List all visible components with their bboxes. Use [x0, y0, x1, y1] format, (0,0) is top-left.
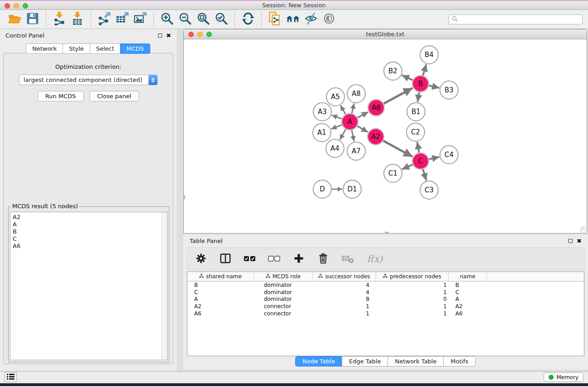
node-D1[interactable]: D1 [343, 180, 361, 198]
table-row[interactable]: Cdominator41C [187, 289, 584, 296]
table-cell[interactable]: C [187, 289, 254, 295]
table-settings-button[interactable] [194, 251, 208, 267]
node-C3[interactable]: C3 [420, 181, 438, 199]
run-mcds-button[interactable]: Run MCDS [38, 91, 84, 101]
node-A7[interactable]: A7 [347, 142, 365, 160]
network-zoom-button[interactable] [206, 32, 212, 37]
table-cell[interactable]: 1 [313, 303, 376, 310]
network-minimize-button[interactable] [197, 32, 203, 37]
table-cell[interactable]: dominator [254, 296, 313, 302]
delete-column-button[interactable] [316, 251, 330, 267]
node-A1[interactable]: A1 [313, 124, 331, 142]
task-history-button[interactable] [5, 372, 17, 382]
zoom-fit-button[interactable] [194, 11, 212, 28]
table-cell[interactable]: 1 [313, 310, 376, 317]
tab-select[interactable]: Select [90, 43, 120, 54]
node-C2[interactable]: C2 [406, 123, 425, 141]
criterion-select[interactable]: largest connected component (directed) [19, 75, 158, 85]
table-cell[interactable]: 4 [313, 282, 376, 288]
add-column-button[interactable] [292, 251, 306, 267]
open-session-button[interactable] [5, 11, 24, 28]
table-cell[interactable]: connector [254, 310, 313, 317]
export-image-button[interactable] [131, 11, 149, 28]
mcds-result-item[interactable]: B [13, 228, 167, 235]
node-C[interactable]: C [412, 153, 429, 169]
node-A6[interactable]: A6 [368, 100, 384, 116]
table-cell[interactable]: 8 [313, 296, 376, 302]
float-table-panel-icon[interactable] [569, 239, 573, 243]
close-panel-button[interactable]: Close panel [90, 91, 139, 101]
table-row[interactable]: Bdominator41B [187, 281, 584, 289]
deselect-all-button[interactable] [267, 251, 282, 267]
zoom-in-button[interactable] [158, 11, 176, 28]
tab-edge-table[interactable]: Edge Table [342, 356, 388, 367]
table-cell[interactable]: A2 [187, 303, 254, 310]
table-cell[interactable]: B [187, 282, 254, 288]
table-cell[interactable]: dominator [254, 282, 313, 288]
table-cell[interactable]: 1 [376, 282, 449, 288]
memory-button[interactable]: Memory [544, 372, 583, 382]
close-panel-icon[interactable]: ✖ [166, 33, 171, 38]
tab-node-table[interactable]: Node Table [295, 356, 342, 367]
export-table-button[interactable] [113, 11, 131, 28]
table-row[interactable]: A6connector11A6 [187, 310, 584, 317]
table-row[interactable]: Adominator80A [187, 296, 584, 303]
node-B2[interactable]: B2 [384, 62, 402, 80]
tab-motifs[interactable]: Motifs [443, 356, 475, 367]
node-A4[interactable]: A4 [326, 139, 344, 157]
node-C1[interactable]: C1 [384, 164, 402, 182]
node-C4[interactable]: C4 [440, 146, 458, 164]
first-neighbors-button[interactable] [284, 11, 302, 28]
import-network-button[interactable] [50, 11, 68, 28]
import-table-button[interactable] [68, 11, 86, 28]
node-A[interactable]: A [342, 114, 358, 130]
network-close-button[interactable] [188, 32, 194, 37]
float-panel-icon[interactable] [158, 33, 162, 38]
column-header-predecessor-nodes[interactable]: predecessor nodes [376, 272, 449, 281]
panel-splitter[interactable] [177, 29, 183, 371]
vertical-scroll-indicator[interactable] [184, 195, 185, 199]
horizontal-scroll-indicator[interactable] [385, 232, 389, 233]
mcds-result-item[interactable]: A [13, 221, 167, 228]
hide-selected-button[interactable] [302, 11, 320, 28]
node-A2[interactable]: A2 [368, 129, 384, 145]
zoom-selected-button[interactable] [212, 11, 230, 28]
table-cell[interactable]: C [449, 289, 487, 295]
table-cell[interactable]: A6 [187, 310, 254, 317]
select-all-button[interactable] [243, 251, 257, 267]
table-cell[interactable]: A6 [449, 310, 487, 317]
export-network-button[interactable] [95, 11, 113, 28]
duplicate-network-button[interactable] [266, 11, 284, 28]
mcds-list-scrollbar[interactable] [161, 212, 167, 360]
node-B3[interactable]: B3 [440, 81, 458, 99]
node-A8[interactable]: A8 [347, 85, 365, 103]
column-header-mcds-role[interactable]: MCDS role [254, 272, 313, 281]
mcds-result-list[interactable]: A2ABCA6 [10, 212, 167, 360]
zoom-window-button[interactable] [23, 3, 28, 9]
tab-style[interactable]: Style [62, 43, 90, 54]
mcds-result-item[interactable]: A2 [13, 214, 167, 221]
tab-network-table[interactable]: Network Table [387, 356, 444, 367]
node-B1[interactable]: B1 [407, 103, 425, 121]
close-window-button[interactable] [5, 3, 10, 9]
apply-layout-button[interactable] [239, 11, 257, 28]
table-cell[interactable]: dominator [254, 289, 313, 295]
table-cell[interactable]: 1 [376, 303, 449, 310]
search-input[interactable] [459, 16, 579, 23]
table-cell[interactable]: A [449, 296, 487, 302]
show-columns-button[interactable] [218, 251, 233, 267]
tab-network[interactable]: Network [26, 43, 63, 54]
resize-grip[interactable] [580, 226, 586, 233]
table-cell[interactable]: A2 [449, 303, 487, 310]
table-row[interactable]: A2connector11A2 [187, 303, 584, 310]
save-session-button[interactable] [24, 11, 42, 28]
mcds-result-item[interactable]: C [13, 235, 167, 243]
show-hidden-button[interactable] [320, 11, 338, 28]
column-header-successor-nodes[interactable]: successor nodes [313, 272, 376, 281]
mcds-result-item[interactable]: A6 [13, 243, 167, 250]
node-B4[interactable]: B4 [420, 46, 438, 64]
node-A3[interactable]: A3 [313, 103, 331, 121]
table-cell[interactable]: 4 [313, 289, 376, 295]
column-header-shared-name[interactable]: shared name [187, 272, 254, 281]
table-cell[interactable]: 1 [376, 310, 449, 317]
